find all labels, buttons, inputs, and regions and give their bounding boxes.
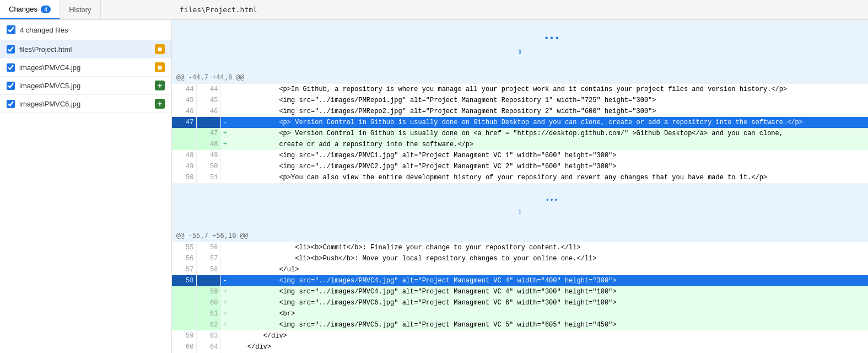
table-row: 59 63 </div> [172,330,868,341]
table-row: 55 56 <li><b>Commit</b>: Finalize your c… [172,242,868,253]
file-name-pmvc6: images\PMVC6.jpg [19,100,150,108]
tab-changes-label: Changes [9,5,37,13]
table-row: 61 + <br> [172,308,868,319]
diff-area[interactable]: •••⇧ @@ -44,7 +44,8 @@ 44 44 [172,20,868,353]
file-checkbox-project-html[interactable] [7,45,15,54]
changed-files-count: 4 changed files [20,26,68,34]
file-name-pmvc4: images\PMVC4.jpg [19,63,150,72]
table-row: 48 + create or add a repository into the… [172,139,868,150]
hunk-expander-mid[interactable]: •••↕ [172,183,868,229]
expand-mid-icon[interactable]: •••↕ [518,196,558,216]
select-all-checkbox[interactable] [7,25,15,34]
file-item-pmvc5[interactable]: images\PMVC5.jpg + [0,77,171,95]
changes-badge: 4 [41,6,51,13]
table-row: 57 58 </ul> [172,264,868,275]
file-item-project-html[interactable]: files\Project.html ■ [0,40,171,58]
file-checkbox-pmvc5[interactable] [7,82,15,90]
table-row: 47 - <p> Version Control in Github is us… [172,117,868,128]
table-row: 48 49 <img src="../images/PMVC1.jpg" alt… [172,150,868,161]
table-row: 46 46 <img src="../images/PMRepo2.jpg" a… [172,106,868,117]
table-row: 62 + <img src="../images/PMVC5.jpg" alt=… [172,319,868,330]
tab-history[interactable]: History [60,0,100,19]
table-row: 50 51 <p>You can also view the entire de… [172,172,868,183]
file-badge-pmvc6: + [155,99,165,109]
table-row: 60 64 </div> [172,341,868,352]
table-row: 45 45 <img src="../images/PMRepo1.jpg" a… [172,95,868,106]
file-name-project-html: files\Project.html [19,45,150,54]
tab-history-label: History [69,6,91,14]
table-row: 44 44 <p>In Github, a repository is wher… [172,84,868,95]
table-row: 56 57 <li><b>Push</b>: Move your local r… [172,253,868,264]
diff-table: •••⇧ @@ -44,7 +44,8 @@ 44 44 [172,20,868,353]
table-row: 60 + <img src="../images/PMVC6.jpg" alt=… [172,297,868,308]
file-badge-pmvc4: ■ [155,62,165,72]
file-checkbox-pmvc6[interactable] [7,100,15,108]
table-row: 47 + <p> Version Control in Github is us… [172,128,868,139]
table-row: 58 - <img src="../images/PMVC4.jpg" alt=… [172,275,868,286]
hunk-header-1: @@ -44,7 +44,8 @@ [172,71,868,84]
tab-changes[interactable]: Changes 4 [0,0,60,19]
table-row: 59 + <img src="../images/PMVC4.jpg" alt=… [172,286,868,297]
table-row: 49 50 <img src="../images/PMVC2.jpg" alt… [172,161,868,172]
hunk-expander-top[interactable]: •••⇧ [172,20,868,71]
file-path-bar: files\Project.html [172,0,868,20]
file-badge-project-html: ■ [155,44,165,54]
expand-up-icon[interactable]: •••⇧ [517,34,560,57]
hunk-header-2: @@ -55,7 +56,10 @@ [172,229,868,242]
sidebar: 4 changed files files\Project.html ■ ima… [0,20,172,353]
file-checkbox-pmvc4[interactable] [7,63,15,72]
file-badge-pmvc5: + [155,81,165,90]
file-item-pmvc4[interactable]: images\PMVC4.jpg ■ [0,58,171,77]
file-path-text: files\Project.html [180,6,257,14]
sidebar-header: 4 changed files [0,20,171,40]
file-name-pmvc5: images\PMVC5.jpg [19,82,150,90]
file-item-pmvc6[interactable]: images\PMVC6.jpg + [0,95,171,113]
diff-panel: •••⇧ @@ -44,7 +44,8 @@ 44 44 [172,20,868,353]
